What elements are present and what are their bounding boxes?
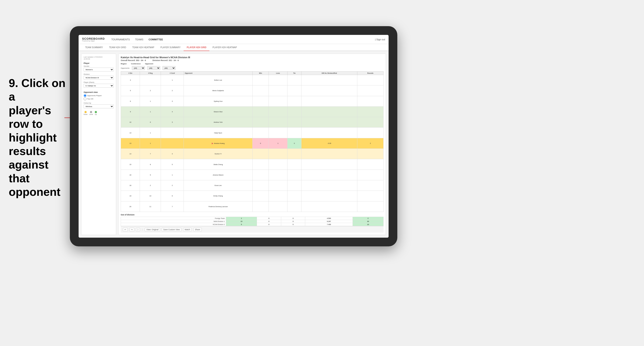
cell-conf: 3 xyxy=(161,96,184,106)
save-custom-btn[interactable]: Save Custom View xyxy=(162,228,182,231)
ood-label: NCAA Division 2 xyxy=(121,223,226,226)
cell-tie xyxy=(287,85,301,96)
cell-loss xyxy=(268,96,287,106)
dot-down-label: Down xyxy=(84,114,88,115)
cell-conf: 2 xyxy=(161,180,184,191)
tab-player-h2h-grid[interactable]: PLAYER H2H GRID xyxy=(184,44,209,51)
table-row[interactable]: 5 2 2 Alexis Sudjianto xyxy=(121,85,384,96)
colour-by-dropdown[interactable]: Win/loss xyxy=(84,104,114,108)
cell-diff xyxy=(301,75,357,85)
forward-btn[interactable]: ⟩ xyxy=(136,228,140,231)
cell-reg: 7 xyxy=(140,149,161,159)
table-row[interactable]: 15 8 5 Stella Cheng xyxy=(121,159,384,170)
cell-loss: 1 xyxy=(268,138,287,149)
cell-loss xyxy=(268,106,287,117)
cell-win xyxy=(252,117,269,128)
left-panel: Last Updated: 27/03/2024 16:55:38 Player… xyxy=(81,54,116,235)
cell-reg: 2 xyxy=(140,180,161,191)
ood-table-row[interactable]: Foreign Team 1 0 0 4.500 2 xyxy=(121,217,384,220)
cell-reg: 8 xyxy=(140,159,161,170)
last-updated-time: 16:55:38 xyxy=(84,58,114,60)
radio-opponents-played[interactable]: Opponents Played xyxy=(84,94,114,97)
nav-item-committee[interactable]: COMMITTEE xyxy=(149,37,163,42)
redo-btn[interactable]: ↪ xyxy=(130,228,134,231)
nav-bar: SCOREBOARD Powered by clippd TOURNAMENTS… xyxy=(78,35,388,44)
sign-out[interactable]: | Sign out xyxy=(375,38,385,41)
table-row[interactable]: 14 7 4 Eunice Yi xyxy=(121,149,384,159)
table-row[interactable]: 6 1 3 Sydney Kuo xyxy=(121,96,384,106)
tab-team-summary[interactable]: TEAM SUMMARY xyxy=(82,44,106,51)
ood-win: 15 xyxy=(226,220,257,223)
view-original-btn[interactable]: View: Original xyxy=(145,228,160,231)
cell-rounds xyxy=(357,170,384,180)
player-rank-label: Player (Rank) xyxy=(84,81,114,83)
dot-level xyxy=(90,111,92,113)
tab-team-h2h-heatmap[interactable]: TEAM H2H HEATMAP xyxy=(129,44,158,51)
cell-conf: 1 xyxy=(161,75,184,85)
cell-diff xyxy=(301,170,357,180)
cell-win xyxy=(252,170,269,180)
cell-loss xyxy=(268,170,287,180)
ood-rounds: 30 xyxy=(352,220,383,223)
opponents-filter-dropdown[interactable]: (All) xyxy=(132,66,145,70)
out-of-division-table: Foreign Team 1 0 0 4.500 2 NAIA Division… xyxy=(121,217,384,226)
nav-item-tournaments[interactable]: TOURNAMENTS xyxy=(111,37,130,42)
cell-loss xyxy=(268,117,287,128)
ood-table-row[interactable]: NCAA Division 2 5 0 0 7.400 10 xyxy=(121,223,384,226)
table-row[interactable]: 18 2 2 Euna Lee xyxy=(121,180,384,191)
cell-opponent: Federica Domecq Lacroze xyxy=(184,201,252,212)
radio-top100[interactable]: Top 100 xyxy=(84,97,114,100)
ood-tie: 0 xyxy=(281,223,305,226)
cell-diff xyxy=(301,128,357,138)
cell-div: 14 xyxy=(121,149,140,159)
conference-filter-dropdown[interactable]: (All) xyxy=(147,66,160,70)
table-row[interactable]: 10 6 3 Andrea York xyxy=(121,117,384,128)
player-section-title: Player xyxy=(84,62,114,64)
table-row[interactable]: 20 11 7 Federica Domecq Lacroze xyxy=(121,201,384,212)
nav-item-teams[interactable]: TEAMS xyxy=(135,37,144,42)
table-row[interactable]: 3 1 Esther Lee xyxy=(121,75,384,85)
cell-win xyxy=(252,149,269,159)
ood-loss: 0 xyxy=(257,223,281,226)
watch-btn[interactable]: Watch xyxy=(183,228,192,231)
ood-win: 1 xyxy=(226,217,257,220)
col-tie: Tie xyxy=(287,71,301,75)
cell-reg: 1 xyxy=(140,106,161,117)
player-rank-dropdown[interactable]: 8. Katelyn Vo xyxy=(84,84,114,88)
share-btn[interactable]: Share xyxy=(194,228,202,231)
cell-diff: -3.00 xyxy=(301,138,357,149)
annotation-line3: highlight results xyxy=(9,131,56,158)
table-row[interactable]: 9 1 4 Sharon Mun xyxy=(121,106,384,117)
annotation-text: 9. Click on a player's row to highlight … xyxy=(9,76,68,199)
opponent-filter-dropdown[interactable]: (All) xyxy=(162,66,176,70)
cell-opponent: Esther Lee xyxy=(184,75,252,85)
ood-tie: 0 xyxy=(281,217,305,220)
ood-label: Foreign Team xyxy=(121,217,226,220)
gender-dropdown[interactable]: Women's xyxy=(84,68,114,71)
undo-btn[interactable]: ↩ xyxy=(123,228,128,231)
cell-reg: 10 xyxy=(140,191,161,201)
tab-team-h2h-grid[interactable]: TEAM H2H GRID xyxy=(106,44,129,51)
cell-reg: 6 xyxy=(140,117,161,128)
tab-player-h2h-heatmap[interactable]: PLAYER H2H HEATMAP xyxy=(209,44,240,51)
table-row[interactable]: 19 10 6 Emily Chang xyxy=(121,191,384,201)
opponent-view-title: Opponent view xyxy=(84,91,114,93)
colour-dots: Down Level Up xyxy=(84,111,114,115)
table-row[interactable]: 13 1 Jessica Huang 0 1 0 -3.00 2 xyxy=(121,138,384,149)
table-row[interactable]: 16 9 1 Jessica Mason xyxy=(121,170,384,180)
division-dropdown[interactable]: NCAA Division III xyxy=(84,76,114,80)
ood-table-row[interactable]: NAIA Division 1 15 0 0 9.267 30 xyxy=(121,220,384,223)
cell-conf: 3 xyxy=(161,117,184,128)
cell-opponent: Sydney Kuo xyxy=(184,96,252,106)
tab-player-summary[interactable]: PLAYER SUMMARY xyxy=(158,44,184,51)
cell-win xyxy=(252,159,269,170)
table-row[interactable]: 13 1 Haeji Hyun xyxy=(121,128,384,138)
cell-rounds: 2 xyxy=(357,138,384,149)
annotation-line4: against that xyxy=(9,158,48,184)
opponent-filter-group: Opponent xyxy=(145,63,153,65)
cell-loss xyxy=(268,85,287,96)
cell-div: 6 xyxy=(121,96,140,106)
cell-div: 20 xyxy=(121,201,140,212)
ood-rounds: 2 xyxy=(352,217,383,220)
cell-diff xyxy=(301,159,357,170)
